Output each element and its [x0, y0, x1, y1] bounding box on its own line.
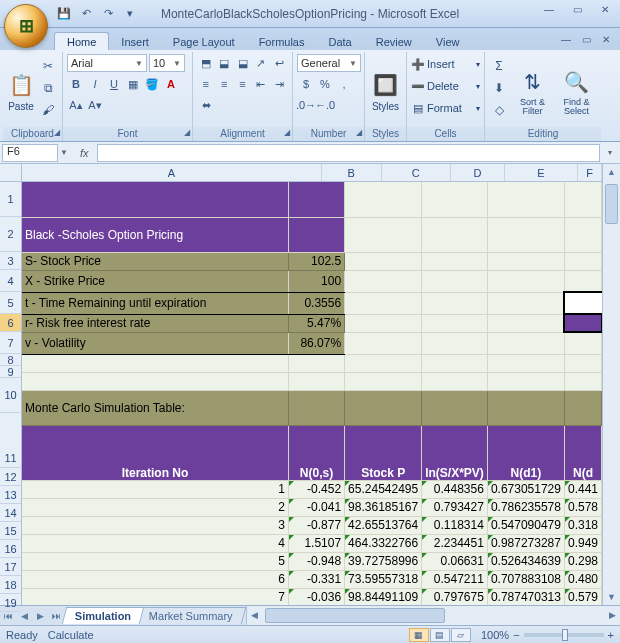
cells[interactable]: Black -Scholes Option Pricing S- Stock P…	[22, 182, 602, 605]
align-right-icon[interactable]: ≡	[234, 75, 251, 93]
zoom-in-icon[interactable]: +	[608, 629, 614, 641]
tab-nav-next-icon[interactable]: ▶	[32, 611, 48, 621]
decrease-decimal-icon[interactable]: ←.0	[316, 96, 334, 114]
cell[interactable]: Iteration No	[22, 425, 288, 480]
font-dialog-icon[interactable]: ◢	[184, 128, 190, 137]
col-header-e[interactable]: E	[505, 164, 579, 181]
window-restore-icon[interactable]: ▭	[566, 2, 588, 16]
cell[interactable]: 0.06631	[422, 552, 488, 570]
tab-home[interactable]: Home	[54, 32, 109, 50]
qat-undo-icon[interactable]: ↶	[76, 4, 96, 24]
cell[interactable]: 0.787470313	[487, 588, 564, 605]
row-header[interactable]: 18	[0, 576, 21, 594]
qat-customize-icon[interactable]: ▾	[120, 4, 140, 24]
cell[interactable]: 0.3556	[288, 292, 344, 314]
cell[interactable]: -0.948	[288, 552, 344, 570]
cell[interactable]: 0.579	[564, 588, 601, 605]
align-middle-icon[interactable]: ⬓	[215, 54, 232, 72]
row-header[interactable]: 14	[0, 504, 21, 522]
tab-insert[interactable]: Insert	[109, 33, 161, 50]
cell[interactable]: X - Strike Price	[22, 270, 288, 292]
underline-button[interactable]: U	[105, 75, 123, 93]
cell[interactable]: 0.448356	[422, 480, 488, 498]
view-page-layout-icon[interactable]: ▤	[430, 628, 450, 642]
cell[interactable]: 86.07%	[288, 332, 344, 354]
cell[interactable]: 0.526434639	[487, 552, 564, 570]
qat-save-icon[interactable]: 💾	[54, 4, 74, 24]
row-header[interactable]: 5	[0, 292, 21, 314]
cell[interactable]: -0.041	[288, 498, 344, 516]
cell[interactable]	[487, 270, 564, 292]
view-normal-icon[interactable]: ▦	[409, 628, 429, 642]
align-bottom-icon[interactable]: ⬓	[234, 54, 251, 72]
row-header[interactable]: 13	[0, 486, 21, 504]
row-header[interactable]: 1	[0, 182, 21, 217]
orientation-icon[interactable]: ↗	[252, 54, 269, 72]
cell[interactable]: N(0,s)	[288, 425, 344, 480]
wrap-text-icon[interactable]: ↩	[271, 54, 288, 72]
col-header-b[interactable]: B	[322, 164, 382, 181]
cell[interactable]: N(d1)	[487, 425, 564, 480]
fx-icon[interactable]: fx	[74, 147, 95, 159]
cell[interactable]: v - Volatility	[22, 332, 288, 354]
col-header-f[interactable]: F	[578, 164, 602, 181]
number-dialog-icon[interactable]: ◢	[356, 128, 362, 137]
cell[interactable]: 2	[22, 498, 288, 516]
cell[interactable]: r- Risk free interest rate	[22, 314, 288, 332]
zoom-out-icon[interactable]: −	[513, 629, 519, 641]
cell[interactable]: 73.59557318	[345, 570, 422, 588]
merge-center-button[interactable]: ⬌	[197, 96, 216, 114]
row-header[interactable]: 2	[0, 217, 21, 252]
cell[interactable]: 39.72758996	[345, 552, 422, 570]
cell[interactable]: 464.3322766	[345, 534, 422, 552]
cell[interactable]: 0.793427	[422, 498, 488, 516]
comma-format-icon[interactable]: ,	[335, 75, 353, 93]
row-header[interactable]: 6	[0, 314, 21, 332]
cell[interactable]: N(d	[564, 425, 601, 480]
cell[interactable]: -0.877	[288, 516, 344, 534]
align-top-icon[interactable]: ⬒	[197, 54, 214, 72]
format-painter-icon[interactable]: 🖌	[38, 100, 58, 120]
tab-review[interactable]: Review	[364, 33, 424, 50]
tab-data[interactable]: Data	[316, 33, 363, 50]
ribbon-minimize-icon[interactable]: —	[558, 31, 574, 47]
tab-formulas[interactable]: Formulas	[247, 33, 317, 50]
tab-nav-last-icon[interactable]: ⏭	[48, 611, 64, 621]
alignment-dialog-icon[interactable]: ◢	[284, 128, 290, 137]
col-header-a[interactable]: A	[22, 164, 322, 181]
paste-button[interactable]: 📋 Paste	[7, 54, 35, 127]
font-size-combo[interactable]: 10▼	[149, 54, 185, 72]
cell[interactable]: 0.298	[564, 552, 601, 570]
tab-page-layout[interactable]: Page Layout	[161, 33, 247, 50]
row-headers[interactable]: 1 2 3 4 5 6 7 8 9 10 11 12 13 14 15 16 1…	[0, 164, 22, 605]
cell[interactable]: 0.949	[564, 534, 601, 552]
office-button[interactable]: ⊞	[4, 4, 48, 48]
row-header[interactable]: 19	[0, 594, 21, 612]
column-headers[interactable]: A B C D E F	[22, 164, 602, 182]
increase-decimal-icon[interactable]: .0→	[297, 96, 315, 114]
cell[interactable]: 0.578	[564, 498, 601, 516]
cell[interactable]: 42.65513764	[345, 516, 422, 534]
cell[interactable]: 7	[22, 588, 288, 605]
decrease-indent-icon[interactable]: ⇤	[252, 75, 269, 93]
cell[interactable]: 3	[22, 516, 288, 534]
formula-bar-expand-icon[interactable]: ▾	[602, 148, 618, 157]
cell[interactable]: 0.318	[564, 516, 601, 534]
autosum-icon[interactable]: Σ	[489, 56, 509, 76]
increase-indent-icon[interactable]: ⇥	[271, 75, 288, 93]
cell[interactable]: 6	[22, 570, 288, 588]
hscroll-thumb[interactable]	[265, 608, 445, 623]
cell[interactable]: 0.118314	[422, 516, 488, 534]
sheet-tab-market-summary[interactable]: Market Summary	[136, 607, 246, 624]
italic-button[interactable]: I	[86, 75, 104, 93]
delete-cells-button[interactable]: ➖Delete▾	[411, 76, 480, 96]
cell[interactable]: 0.441	[564, 480, 601, 498]
accounting-format-icon[interactable]: $	[297, 75, 315, 93]
window-close-icon[interactable]: ✕	[594, 2, 616, 16]
styles-button[interactable]: 🔲 Styles	[369, 54, 402, 127]
tab-nav-first-icon[interactable]: ⏮	[0, 611, 16, 621]
cell[interactable]: 0.547211	[422, 570, 488, 588]
cell[interactable]: Stock P	[345, 425, 422, 480]
percent-format-icon[interactable]: %	[316, 75, 334, 93]
align-left-icon[interactable]: ≡	[197, 75, 214, 93]
